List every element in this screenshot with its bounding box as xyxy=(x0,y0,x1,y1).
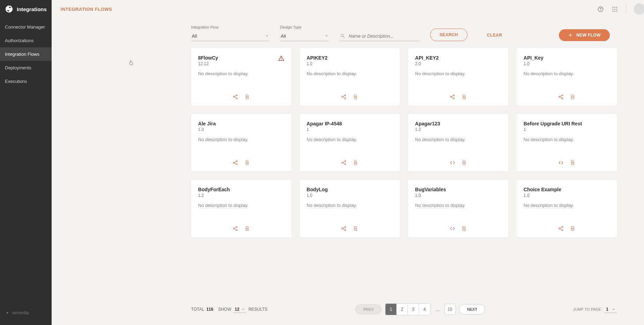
doc-search-icon[interactable] xyxy=(353,225,358,232)
share-icon[interactable] xyxy=(341,94,347,100)
page-1[interactable]: 1 xyxy=(385,304,397,315)
brand-name: Integrations xyxy=(17,6,47,12)
doc-search-icon[interactable] xyxy=(244,225,250,232)
sidebar-footer-brand: sensedia. xyxy=(0,303,52,325)
flow-title: API_KEY2 xyxy=(415,55,501,61)
chevron-down-icon xyxy=(265,33,269,39)
code-icon[interactable] xyxy=(558,160,564,166)
pager: PREV 1234 ... 10 NEXT xyxy=(355,303,485,315)
code-icon[interactable] xyxy=(449,225,456,232)
flow-card-actions xyxy=(524,218,610,232)
share-icon[interactable] xyxy=(341,225,347,232)
page-4[interactable]: 4 xyxy=(419,304,430,315)
flow-version: 1.0 xyxy=(524,61,610,66)
flow-title: APIKEY2 xyxy=(307,55,393,61)
apps-icon[interactable] xyxy=(612,6,618,13)
flow-card[interactable]: APIKEY21.0No description to display. xyxy=(300,48,400,106)
jump-select[interactable]: 1 xyxy=(605,306,617,313)
page-size-value: 12 xyxy=(235,307,239,312)
doc-search-icon[interactable] xyxy=(570,94,575,100)
flow-version: 1 xyxy=(307,127,393,132)
flow-description: No description to display. xyxy=(198,203,284,208)
flow-card[interactable]: BugVariables1.0No description to display… xyxy=(408,180,508,237)
pagination-bar: TOTAL 116 SHOW 12 RESULTS PREV 1234 ... … xyxy=(52,297,644,325)
flow-version: 1.0 xyxy=(524,193,610,198)
flow-card[interactable]: BodyLog1.0No description to display. xyxy=(300,180,400,237)
doc-search-icon[interactable] xyxy=(353,160,358,166)
code-icon[interactable] xyxy=(449,160,456,166)
flow-card[interactable]: API_KEY22.0No description to display. xyxy=(408,48,508,106)
warning-icon xyxy=(278,55,284,61)
page-2[interactable]: 2 xyxy=(397,304,408,315)
flow-description: No description to display. xyxy=(415,71,501,76)
page-last[interactable]: 10 xyxy=(444,304,456,315)
footer-brand-text: sensedia. xyxy=(12,310,30,315)
sidebar-item-executions[interactable]: Executions xyxy=(0,75,52,88)
page-3[interactable]: 3 xyxy=(408,304,419,315)
header-divider xyxy=(626,3,626,15)
sidebar-item-deployments[interactable]: Deployments xyxy=(0,61,52,75)
share-icon[interactable] xyxy=(449,94,456,100)
flow-description: No description to display. xyxy=(307,137,393,142)
sidebar-item-integration-flows[interactable]: Integration Flows xyxy=(0,47,52,61)
flow-card-actions xyxy=(415,153,501,166)
plus-icon xyxy=(568,33,573,38)
flow-card[interactable]: Choice Example1.0No description to displ… xyxy=(517,180,617,237)
sidebar-item-connector-manager[interactable]: Connector Manager xyxy=(0,20,52,34)
next-button[interactable]: NEXT xyxy=(459,304,485,315)
flow-description: No description to display. xyxy=(307,203,393,208)
flow-card[interactable]: 8FlowCy12.12No description to display. xyxy=(191,48,291,106)
doc-search-icon[interactable] xyxy=(244,94,250,100)
flow-version: 12.12 xyxy=(198,61,284,66)
doc-search-icon[interactable] xyxy=(244,160,250,166)
header: INTEGRATION FLOWS Tech Writer xyxy=(52,0,644,18)
flow-card-actions xyxy=(198,87,284,100)
share-icon[interactable] xyxy=(232,160,239,166)
flow-card-actions xyxy=(524,87,610,100)
logo-icon xyxy=(5,5,13,13)
flow-description: No description to display. xyxy=(524,203,610,208)
flow-card[interactable]: Before Upgrade URI Rest1No description t… xyxy=(517,114,617,171)
help-icon[interactable] xyxy=(597,6,604,13)
flow-card[interactable]: BodyForEach1.2No description to display. xyxy=(191,180,291,237)
share-icon[interactable] xyxy=(341,160,347,166)
search-icon xyxy=(340,33,345,39)
jump-to-page: JUMP TO PAGE 1 xyxy=(573,306,617,313)
flow-description: No description to display. xyxy=(198,71,284,76)
doc-search-icon[interactable] xyxy=(461,225,467,232)
doc-search-icon[interactable] xyxy=(570,225,575,232)
design-filter-select[interactable]: All xyxy=(280,31,329,41)
flow-card-actions xyxy=(198,218,284,232)
page-size-select[interactable]: 12 xyxy=(233,306,246,313)
total-count: TOTAL 116 xyxy=(191,307,214,312)
flow-card[interactable]: Apagar1231.2No description to display. xyxy=(408,114,508,171)
flow-card[interactable]: Ale Jira1.0No description to display. xyxy=(191,114,291,171)
new-flow-button[interactable]: NEW FLOW xyxy=(559,29,610,41)
flow-version: 1.0 xyxy=(307,193,393,198)
jump-label: JUMP TO PAGE xyxy=(573,307,601,311)
clear-button[interactable]: CLEAR xyxy=(478,29,511,41)
flow-card[interactable]: Apagar IP-45481No description to display… xyxy=(300,114,400,171)
chevron-down-icon xyxy=(241,308,245,311)
share-icon[interactable] xyxy=(558,94,564,100)
design-filter-label: Design Type xyxy=(280,25,329,29)
prev-button[interactable]: PREV xyxy=(355,304,382,315)
flow-description: No description to display. xyxy=(415,137,501,142)
doc-search-icon[interactable] xyxy=(461,94,467,100)
share-icon[interactable] xyxy=(232,225,239,232)
search-button[interactable]: SEARCH xyxy=(430,29,467,41)
doc-search-icon[interactable] xyxy=(570,160,575,166)
page-ellipsis: ... xyxy=(434,307,441,312)
doc-search-icon[interactable] xyxy=(353,94,358,100)
avatar[interactable] xyxy=(634,3,644,15)
flow-version: 1.2 xyxy=(198,193,284,198)
total-label: TOTAL xyxy=(191,307,204,312)
doc-search-icon[interactable] xyxy=(461,160,467,166)
flow-title: Apagar123 xyxy=(415,121,501,126)
sidebar-item-authorizations[interactable]: Authorizations xyxy=(0,34,52,47)
flow-card[interactable]: API_Key1.0No description to display. xyxy=(517,48,617,106)
share-icon[interactable] xyxy=(232,94,239,100)
share-icon[interactable] xyxy=(558,225,564,232)
search-input[interactable] xyxy=(349,33,419,39)
flow-filter-select[interactable]: All xyxy=(191,31,270,41)
